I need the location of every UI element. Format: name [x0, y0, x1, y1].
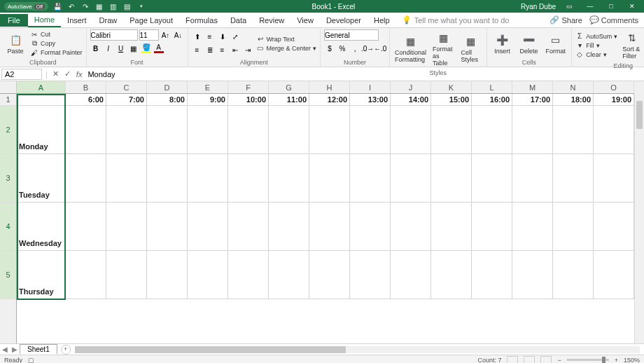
column-header[interactable]: G: [269, 81, 309, 93]
column-header[interactable]: A: [17, 81, 66, 93]
cells-area[interactable]: 6:007:008:009:0010:0011:0012:0013:0014:0…: [17, 94, 634, 299]
cell[interactable]: [66, 106, 106, 154]
decrease-font-button[interactable]: A↓: [173, 29, 184, 41]
qat-icon[interactable]: ▤: [122, 1, 132, 11]
cell[interactable]: [512, 251, 553, 299]
row-header[interactable]: 2: [0, 106, 16, 154]
column-header[interactable]: H: [309, 81, 350, 93]
autosave-toggle[interactable]: AutoSave Off: [4, 2, 48, 11]
cell[interactable]: [512, 106, 553, 154]
cell[interactable]: 12:00: [309, 94, 350, 106]
cell[interactable]: 16:00: [472, 94, 512, 106]
fill-color-button[interactable]: 🪣: [141, 43, 152, 54]
cell[interactable]: [431, 154, 472, 203]
bold-button[interactable]: B: [90, 43, 102, 54]
tab-help[interactable]: Help: [368, 14, 396, 27]
cell[interactable]: 19:00: [594, 94, 634, 106]
cell[interactable]: [553, 203, 594, 251]
conditional-formatting-button[interactable]: ▦Conditional Formatting: [393, 33, 428, 64]
cell[interactable]: [472, 203, 512, 251]
cell[interactable]: Wednesday: [17, 203, 66, 251]
cell-styles-button[interactable]: ▦Cell Styles: [459, 33, 483, 64]
cell[interactable]: [147, 154, 188, 203]
orientation-button[interactable]: ⤢: [230, 32, 241, 43]
cell[interactable]: [391, 251, 431, 299]
column-header[interactable]: E: [188, 81, 228, 93]
insert-cells-button[interactable]: ➕Insert: [491, 32, 514, 56]
undo-icon[interactable]: ↶: [66, 1, 76, 11]
clear-button[interactable]: ◇Clear ▾: [575, 50, 617, 59]
cell[interactable]: Tuesday: [17, 154, 66, 203]
cell[interactable]: [350, 106, 391, 154]
page-layout-view-button[interactable]: [524, 356, 535, 364]
zoom-level[interactable]: 150%: [624, 357, 640, 364]
align-center-button[interactable]: ≣: [204, 45, 216, 56]
cell[interactable]: 11:00: [269, 94, 309, 106]
cell[interactable]: 18:00: [553, 94, 594, 106]
increase-font-button[interactable]: A↑: [160, 29, 172, 41]
cell[interactable]: Thursday: [17, 251, 66, 299]
name-box[interactable]: [1, 69, 42, 80]
cell[interactable]: [350, 154, 391, 203]
save-icon[interactable]: 💾: [52, 1, 62, 11]
cell[interactable]: [66, 154, 106, 203]
copy-button[interactable]: ⧉Copy: [30, 39, 83, 48]
redo-icon[interactable]: ↷: [80, 1, 90, 11]
zoom-out-button[interactable]: −: [557, 357, 561, 364]
cell[interactable]: [553, 106, 594, 154]
tab-developer[interactable]: Developer: [320, 14, 368, 27]
cell[interactable]: [472, 154, 512, 203]
tab-view[interactable]: View: [290, 14, 320, 27]
cell[interactable]: [66, 251, 106, 299]
align-left-button[interactable]: ≡: [192, 45, 203, 56]
cell[interactable]: [391, 203, 431, 251]
cell[interactable]: [309, 106, 350, 154]
cell[interactable]: [594, 251, 634, 299]
comma-button[interactable]: ,: [349, 43, 360, 54]
cell[interactable]: [106, 106, 147, 154]
decrease-decimal-button[interactable]: ←.0: [374, 43, 386, 54]
column-header[interactable]: O: [594, 81, 634, 93]
customize-qat-icon[interactable]: ▾: [136, 1, 146, 11]
cell[interactable]: [431, 251, 472, 299]
tab-formulas[interactable]: Formulas: [179, 14, 224, 27]
format-painter-button[interactable]: 🖌Format Painter: [30, 48, 83, 57]
cell[interactable]: 15:00: [431, 94, 472, 106]
cell[interactable]: [228, 251, 269, 299]
horizontal-scrollbar[interactable]: [75, 346, 640, 353]
cell[interactable]: [228, 154, 269, 203]
tab-review[interactable]: Review: [253, 14, 290, 27]
close-button[interactable]: ✕: [624, 0, 640, 13]
select-all-corner[interactable]: [0, 81, 17, 94]
merge-center-button[interactable]: ▭Merge & Center ▾: [256, 44, 317, 53]
cell[interactable]: [309, 203, 350, 251]
cell[interactable]: [594, 154, 634, 203]
cell[interactable]: [309, 251, 350, 299]
cell[interactable]: [309, 154, 350, 203]
cell[interactable]: [431, 106, 472, 154]
cell[interactable]: [512, 203, 553, 251]
tab-page-layout[interactable]: Page Layout: [123, 14, 179, 27]
cell[interactable]: [147, 106, 188, 154]
increase-decimal-button[interactable]: .0→: [362, 43, 373, 54]
row-header[interactable]: 3: [0, 154, 16, 203]
cell[interactable]: [17, 94, 66, 106]
column-header[interactable]: K: [431, 81, 472, 93]
qat-icon[interactable]: ▥: [108, 1, 118, 11]
cell[interactable]: [594, 106, 634, 154]
delete-cells-button[interactable]: ➖Delete: [517, 32, 541, 56]
cell[interactable]: 13:00: [350, 94, 391, 106]
cell[interactable]: 8:00: [147, 94, 188, 106]
column-header[interactable]: L: [472, 81, 512, 93]
font-color-button[interactable]: A: [153, 43, 164, 54]
fx-icon[interactable]: fx: [74, 70, 85, 78]
cell[interactable]: [350, 203, 391, 251]
fill-button[interactable]: ▾Fill ▾: [575, 41, 617, 50]
cell[interactable]: [391, 106, 431, 154]
cell[interactable]: [66, 203, 106, 251]
cell[interactable]: [350, 251, 391, 299]
column-header[interactable]: N: [553, 81, 594, 93]
column-header[interactable]: C: [106, 81, 147, 93]
cell[interactable]: [553, 251, 594, 299]
column-header[interactable]: I: [350, 81, 391, 93]
